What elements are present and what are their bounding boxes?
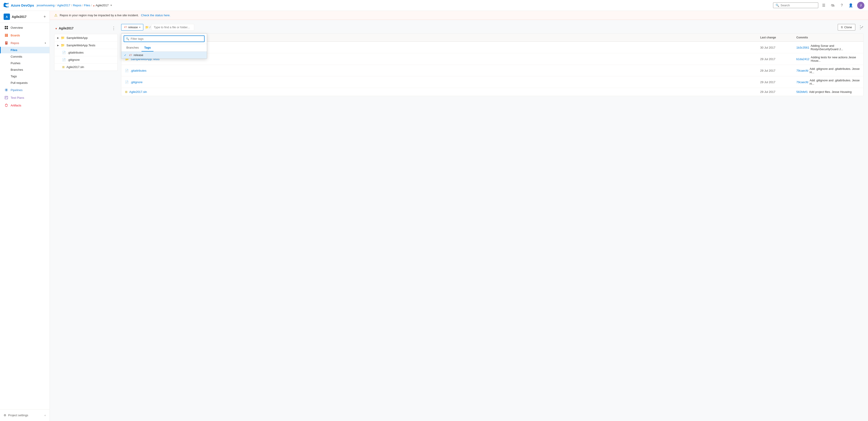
breadcrumb-files[interactable]: Files (84, 4, 90, 7)
app-logo[interactable]: Azure DevOps (4, 3, 34, 8)
branch-selector-button[interactable]: 🏷 release ▾ (121, 24, 143, 31)
global-search-box[interactable]: 🔍 (773, 2, 818, 8)
svg-rect-1 (6, 26, 8, 27)
expand-button[interactable]: ⤢ (861, 25, 864, 29)
dropdown-search-area: 🔍 (121, 34, 207, 44)
tag-item-icon: 🏷 (129, 54, 132, 57)
sidebar-sub-pullrequests-label: Pull requests (11, 81, 28, 85)
table-row: ⊞ Agile2017.sln 29 Jul 2017 582bfef1 Add… (121, 88, 863, 96)
tree-item-agile2017-sln[interactable]: ⊞ Agile2017.sln (55, 64, 117, 70)
azure-devops-logo-icon (4, 3, 9, 8)
files-table-header: Name ↑ Last change Commits (121, 34, 863, 42)
clone-button[interactable]: ⎘ Clone (838, 24, 855, 31)
dropdown-item-release[interactable]: ✓ 🏷 release (121, 52, 207, 59)
sidebar-sub-item-commits[interactable]: Commits (0, 53, 50, 60)
sidebar-item-test-plans[interactable]: Test Plans (0, 94, 50, 101)
repo-tag-icon: ⬧ (55, 27, 57, 30)
nav-icons: ☰ 🛍 ? 👤 J (821, 2, 864, 9)
dropdown-search-inner: 🔍 (124, 35, 205, 42)
breadcrumb-user[interactable]: jessehouwing (37, 4, 55, 7)
test-plans-icon (4, 96, 8, 100)
nav-basket-icon[interactable]: 🛍 (830, 3, 835, 8)
sidebar-item-pipelines[interactable]: Pipelines (0, 86, 50, 94)
tree-item-gitattributes[interactable]: 📄 .gitattributes (55, 49, 117, 56)
nav-help-icon[interactable]: ? (839, 3, 844, 8)
sidebar-sub-item-branches[interactable]: Branches (0, 66, 50, 73)
chevron-right-icon: ▶ (57, 44, 59, 46)
sln-icon: ⊞ (62, 65, 65, 69)
files-table: Name ↑ Last change Commits 📁 SampleWebAp… (121, 33, 864, 96)
tree-item-label: Agile2017.sln (66, 65, 84, 69)
last-change-cell: 29 Jul 2017 (760, 90, 796, 94)
file-tree: ▶ 📁 SampleWebApp ▶ 📁 SampleWebApp.Tests … (54, 34, 118, 71)
branch-name-label: release (128, 26, 138, 29)
search-input[interactable] (780, 4, 816, 7)
commit-hash-link[interactable]: 1b3c3561 (796, 46, 809, 49)
sidebar-sub-item-files[interactable]: Files (0, 47, 50, 53)
sidebar-sub-item-pushes[interactable]: Pushes (0, 60, 50, 66)
tag-icon: 🏷 (124, 26, 127, 29)
sidebar-item-artifacts[interactable]: Artifacts (0, 101, 50, 109)
file-name-link[interactable]: .gitattributes (130, 69, 147, 72)
folder-icon: 📁 (61, 36, 65, 39)
sidebar-item-boards[interactable]: Boards (0, 31, 50, 39)
folder-icon: 📁 (61, 43, 65, 47)
boards-icon (4, 33, 8, 37)
sidebar-header: A Agile2017 + (0, 11, 50, 23)
nav-avatar[interactable]: J (857, 2, 864, 9)
app-body: A Agile2017 + Overview Boards (0, 11, 868, 421)
file-name-link[interactable]: Agile2017.sln (129, 90, 147, 94)
file-icon: 📄 (125, 80, 129, 84)
commits-cell: b1da2412 Adding tests for new actions Je… (796, 56, 860, 62)
tree-item-samplewebapp-tests[interactable]: ▶ 📁 SampleWebApp.Tests (55, 41, 117, 49)
sidebar-item-boards-label: Boards (11, 34, 20, 37)
tags-tab[interactable]: Tags (142, 44, 153, 52)
repo-title: ⬧ Agile2017 (55, 27, 73, 30)
commit-hash-link[interactable]: 582bfef1 (796, 90, 808, 94)
commit-hash-link[interactable]: b1da2412 (796, 57, 809, 61)
sidebar-sub-item-tags[interactable]: Tags (0, 73, 50, 79)
sidebar-item-overview[interactable]: Overview (0, 24, 50, 31)
sidebar-item-artifacts-label: Artifacts (11, 104, 21, 107)
filter-search-icon: 🔍 (126, 37, 129, 40)
commit-hash-link[interactable]: 79caecfd (796, 80, 808, 84)
file-tree-header: ⬧ Agile2017 ⋮ (54, 24, 118, 33)
file-name-cell: ⊞ Agile2017.sln (125, 90, 760, 94)
chevron-right-icon: ▶ (57, 37, 59, 39)
svg-rect-0 (5, 26, 6, 27)
tree-item-gitignore[interactable]: 📄 .gitignore (55, 56, 117, 64)
commit-message: Adding tests for new actions Jesse Houw.… (811, 56, 860, 62)
column-name: Name ↑ (125, 36, 760, 39)
file-icon: 📄 (62, 51, 66, 54)
branches-tab[interactable]: Branches (124, 44, 142, 52)
sidebar-project[interactable]: A Agile2017 (4, 13, 26, 20)
sidebar-footer: ⚙ Project settings « (0, 409, 50, 421)
file-name-link[interactable]: .gitignore (130, 80, 143, 84)
repos-icon (4, 41, 8, 45)
last-change-cell: 30 Jul 2017 (760, 46, 796, 49)
file-tree-more-button[interactable]: ⋮ (111, 25, 117, 31)
commit-hash-link[interactable]: 79caecfd (796, 69, 808, 72)
sidebar-item-pipelines-label: Pipelines (11, 88, 23, 92)
project-settings-button[interactable]: ⚙ Project settings « (4, 412, 46, 418)
sidebar-item-repos[interactable]: Repos ▾ (0, 39, 50, 47)
table-row: 📄 .gitattributes 29 Jul 2017 79caecfd Ad… (121, 65, 863, 76)
path-search-input[interactable] (151, 24, 194, 31)
table-row: 📁 SampleWebApp.Tests 29 Jul 2017 b1da241… (121, 53, 863, 65)
alert-link[interactable]: Check the status here. (141, 13, 170, 17)
nav-list-icon[interactable]: ☰ (821, 3, 827, 8)
tree-item-label: .gitignore (68, 58, 80, 62)
sidebar-add-button[interactable]: + (43, 14, 46, 19)
breadcrumb-project[interactable]: Agile2017 (57, 4, 70, 7)
last-change-cell: 29 Jul 2017 (760, 69, 796, 72)
clone-icon: ⎘ (841, 26, 843, 29)
sidebar: A Agile2017 + Overview Boards (0, 11, 50, 421)
breadcrumb-repos[interactable]: Repos (73, 4, 81, 7)
collapse-icon[interactable]: « (44, 414, 46, 417)
repo-name-label: Agile2017 (59, 27, 73, 30)
tree-item-samplewebapp[interactable]: ▶ 📁 SampleWebApp (55, 34, 117, 41)
nav-user-icon[interactable]: 👤 (848, 3, 854, 8)
breadcrumb-current-repo[interactable]: ⬧ Agile2017 ▾ (93, 4, 112, 7)
filter-tags-input[interactable] (131, 37, 202, 40)
sidebar-sub-item-pull-requests[interactable]: Pull requests (0, 79, 50, 86)
